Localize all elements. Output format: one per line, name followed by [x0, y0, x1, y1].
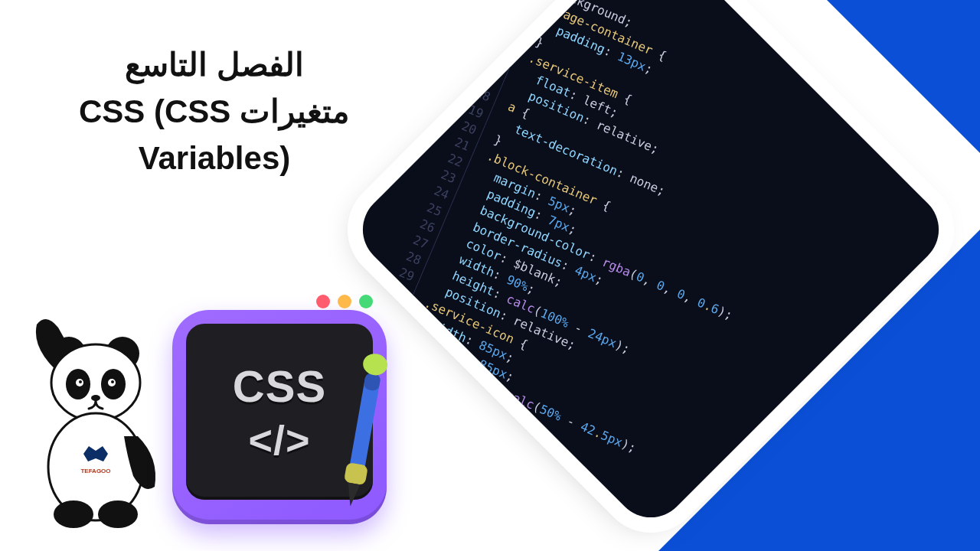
css-badge-line2: </> [248, 416, 310, 464]
svg-marker-16 [345, 483, 361, 507]
svg-point-11 [54, 500, 93, 528]
svg-point-7 [79, 380, 82, 383]
css-badge: CSS </> [172, 310, 387, 524]
css-badge-line1: CSS [233, 360, 326, 412]
chapter-label: الفصل التاسع [0, 42, 429, 89]
svg-point-2 [51, 344, 140, 421]
svg-point-12 [98, 500, 138, 528]
dot-green-icon [359, 295, 373, 308]
dot-red-icon [316, 295, 330, 308]
css-badge-screen: CSS </> [186, 324, 373, 500]
dot-yellow-icon [338, 295, 351, 308]
panda-illustration: TEFAGOO [23, 314, 168, 528]
window-dots [316, 295, 373, 308]
svg-point-8 [111, 380, 114, 383]
panda-badge-text: TEFAGOO [80, 468, 110, 474]
heading-block: الفصل التاسع متغيرات CSS (CSS Variables) [0, 42, 429, 182]
svg-point-17 [361, 352, 389, 377]
chapter-subject: متغيرات CSS (CSS Variables) [0, 89, 429, 182]
